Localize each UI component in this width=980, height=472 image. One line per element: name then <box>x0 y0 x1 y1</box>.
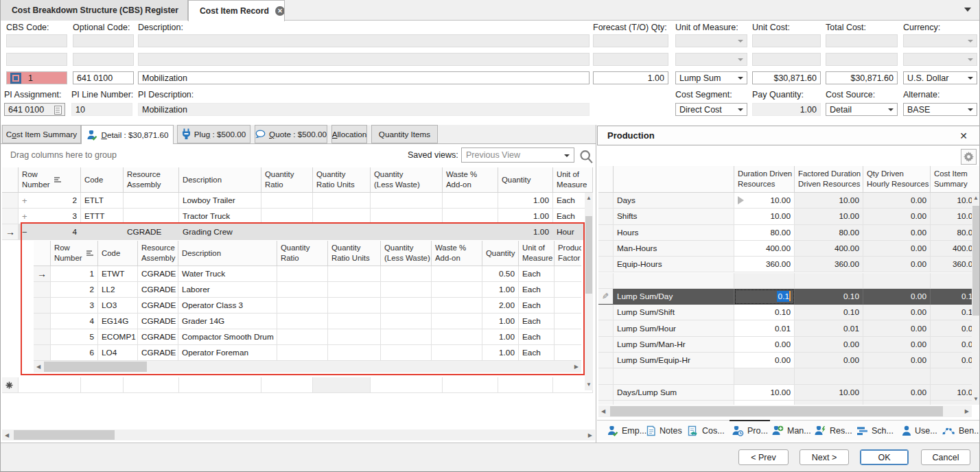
nested-grid-hscrollbar[interactable]: ◀ ▶ <box>34 361 581 373</box>
column-header-factored-duration[interactable]: Factored Duration Driven Resources <box>795 166 863 193</box>
cell-code[interactable]: ETTT <box>81 209 124 224</box>
cell-qty-driven[interactable]: 0.00 <box>863 320 931 336</box>
unit-of-measure-select-grandparent[interactable] <box>675 53 747 66</box>
cell-resource-assembly[interactable]: CGRADE <box>138 329 178 345</box>
column-header-resource[interactable]: Resource Assembly <box>138 241 178 266</box>
cell-quantity-ratio[interactable] <box>277 329 328 345</box>
cell-quantity[interactable]: 2.00 <box>482 298 519 314</box>
new-row-cell[interactable] <box>261 377 313 393</box>
cell-quantity[interactable]: 1.00 <box>482 345 519 361</box>
cell-duration-driven[interactable]: 10.00 <box>734 401 795 405</box>
tab-quote[interactable]: Quote : $500.00 <box>255 125 327 143</box>
tab-allocation[interactable]: Allocation <box>331 125 367 143</box>
ok-button[interactable]: OK <box>860 449 909 465</box>
cell-factored-duration[interactable]: 10.00 <box>795 385 863 401</box>
cell-quantity-less-waste[interactable] <box>381 282 432 298</box>
cell-quantity-ratio[interactable] <box>261 224 313 240</box>
cell-resource-assembly[interactable]: CGRADE <box>138 298 178 314</box>
unit-cost-field-parent[interactable] <box>752 34 821 47</box>
cell-quantity-ratio-units[interactable] <box>313 193 371 209</box>
cell-quantity-less-waste[interactable] <box>371 224 443 240</box>
cell-quantity-ratio-units[interactable] <box>328 298 381 314</box>
cost-source-select[interactable]: Detail <box>826 103 898 116</box>
saved-views-dropdown[interactable]: Previous View <box>461 148 574 163</box>
cbs-code-field-grandparent[interactable] <box>6 53 67 66</box>
column-header-quantity[interactable]: Quantity Ratio <box>277 241 328 266</box>
new-row-cell[interactable] <box>124 377 179 393</box>
cell-duration-driven[interactable]: 10.00 <box>734 193 795 209</box>
cell-quantity-ratio[interactable] <box>277 298 328 314</box>
cell-factored-duration[interactable]: 10.00 <box>795 193 863 209</box>
cell-waste-addon[interactable] <box>443 224 498 240</box>
cell-description[interactable]: Operator Class 3 <box>178 298 277 314</box>
cell-quantity[interactable]: 1.00 <box>498 193 553 209</box>
scroll-up-icon[interactable]: ▲ <box>973 196 979 201</box>
cell-code[interactable]: ETLT <box>81 193 124 209</box>
cell-waste-addon[interactable] <box>432 282 482 298</box>
cell-qty-driven[interactable]: 0.00 <box>863 193 931 209</box>
prev-button[interactable]: < Prev <box>738 449 789 465</box>
column-header-unit-of[interactable]: Unit of Measure <box>553 167 593 193</box>
expand-icon[interactable]: + <box>22 196 27 206</box>
cell-duration-driven[interactable]: 0.00 <box>734 353 795 368</box>
cell-code[interactable]: LO4 <box>98 345 138 361</box>
cell-quantity-ratio[interactable] <box>277 266 328 282</box>
pi-line-number-field[interactable]: 10 <box>71 103 132 116</box>
cell-description[interactable]: Water Truck <box>178 266 277 282</box>
tab-overflow-chevron-icon[interactable] <box>964 8 971 12</box>
cell-production-factor[interactable] <box>555 314 581 329</box>
cell-waste-addon[interactable] <box>432 266 482 282</box>
cell-row-number[interactable]: 3 <box>51 298 98 314</box>
cell-duration-driven[interactable]: 0.10 <box>734 305 795 320</box>
cell-duration-driven[interactable]: 400.00 <box>734 241 795 257</box>
bottom-tab-use[interactable]: Use... <box>902 421 937 441</box>
cell-unit-of-measure[interactable]: Each <box>519 266 555 282</box>
cell-production-factor[interactable] <box>555 329 581 345</box>
bottom-tab-cos[interactable]: Cos... <box>688 421 725 441</box>
column-header-quantity[interactable]: Quantity (Less Waste) <box>381 241 432 266</box>
cell-duration-driven[interactable]: 10.00 <box>734 385 795 401</box>
cell-duration-driven[interactable]: 10.00 <box>734 209 795 224</box>
settings-gear-button[interactable] <box>961 149 977 165</box>
cell-factored-duration[interactable]: 80.00 <box>795 225 863 241</box>
column-header-resource[interactable]: Resource Assembly <box>124 167 179 193</box>
column-header-quantity[interactable]: Quantity <box>482 241 519 266</box>
cell-production-factor[interactable] <box>555 345 581 361</box>
cell-qty-driven[interactable]: 0.00 <box>863 337 931 353</box>
cell-duration-driven-editing[interactable]: 0.1 <box>734 289 795 305</box>
column-header-code[interactable]: Code <box>98 241 138 266</box>
column-header-quantity[interactable]: Quantity Ratio Units <box>313 167 371 193</box>
left-grid-hscrollbar[interactable]: ◀ ▶ <box>2 429 595 440</box>
cell-quantity-ratio-units[interactable] <box>313 209 371 224</box>
cell-qty-driven[interactable]: 0.00 <box>863 209 931 224</box>
bottom-tab-pro[interactable]: Pro... <box>732 421 768 441</box>
unit-of-measure-select[interactable]: Lump Sum <box>675 71 747 84</box>
cell-resource-assembly[interactable]: CGRADE <box>124 224 179 240</box>
cell-quantity[interactable]: 1.00 <box>498 209 553 224</box>
cell-row-number[interactable]: 6 <box>51 345 98 361</box>
cell-resource-assembly[interactable]: CGRADE <box>138 314 178 329</box>
cell-factored-duration[interactable]: 0.00 <box>795 353 863 368</box>
cell-production-factor[interactable] <box>555 298 581 314</box>
column-header-cost-item[interactable]: Cost Item Summary <box>931 166 980 193</box>
cell-qty-driven[interactable]: 0.00 <box>863 353 931 368</box>
cell-factored-duration[interactable]: 10.00 <box>795 401 863 405</box>
cell-description[interactable]: Tractor Truck <box>179 209 261 224</box>
tab-cbs-register[interactable]: Cost Breakdown Structure (CBS) Register <box>1 0 188 21</box>
cell-quantity-ratio-units[interactable] <box>328 329 381 345</box>
cell-quantity-ratio[interactable] <box>277 282 328 298</box>
cell-quantity-less-waste[interactable] <box>381 298 432 314</box>
cell-factored-duration[interactable]: 0.10 <box>795 305 863 320</box>
column-header-production[interactable]: Production Factor <box>555 241 581 266</box>
unit-cost-field[interactable]: $30,871.60 <box>752 71 821 84</box>
cell-quantity[interactable]: 1.00 <box>498 224 553 240</box>
column-header-code[interactable]: Code <box>81 167 124 193</box>
cell-unit-of-measure[interactable]: Each <box>519 314 555 329</box>
column-header-quantity[interactable]: Quantity <box>498 167 553 193</box>
forecast-qty-field[interactable]: 1.00 <box>593 71 668 84</box>
cost-segment-select[interactable]: Direct Cost <box>675 103 747 116</box>
cell-qty-driven[interactable]: 0.00 <box>863 289 931 305</box>
cell-factored-duration[interactable]: 0.00 <box>795 337 863 353</box>
cell-production-factor[interactable] <box>555 282 581 298</box>
column-header-unit-of[interactable]: Unit of Measure <box>519 241 555 266</box>
